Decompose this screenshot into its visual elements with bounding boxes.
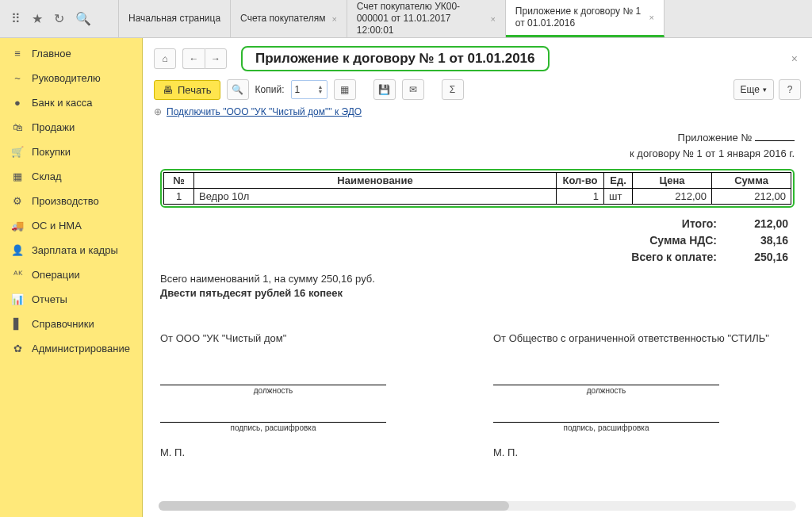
items-highlight: № Наименование Кол-во Ед. Цена Сумма 1 В… [160, 169, 795, 208]
star-icon[interactable]: ★ [32, 11, 43, 26]
content: ⌂ ← → Приложение к договору № 1 от 01.01… [143, 38, 812, 517]
col-name: Наименование [194, 173, 557, 189]
blank-line [755, 140, 795, 141]
scrollbar-thumb[interactable] [159, 501, 509, 511]
sidebar-item-label: Покупки [32, 146, 71, 158]
copies-label: Копий: [255, 84, 285, 95]
col-qty: Кол-во [557, 173, 604, 189]
history-icon[interactable]: ↻ [54, 11, 64, 26]
tab-label: Счет покупателю УК00-000001 от 11.01.201… [357, 1, 485, 36]
sign-right: От Общество с ограниченной ответственнос… [493, 332, 795, 458]
sidebar-item-main[interactable]: ≡Главное [0, 41, 142, 66]
total-value: 250,16 [717, 249, 788, 266]
topbar: ⠿ ★ ↻ 🔍 Начальная страница Счета покупат… [0, 0, 812, 38]
nds-value: 38,16 [717, 232, 788, 249]
head-line2: к договору № 1 от 1 января 2016 г. [160, 146, 795, 162]
tab-invoice[interactable]: Счет покупателю УК00-000001 от 11.01.201… [347, 0, 506, 37]
summary-text: Всего наименований 1, на сумму 250,16 ру… [160, 272, 795, 301]
copies-value: 1 [295, 84, 301, 95]
itogo-value: 212,00 [717, 216, 788, 232]
sidebar-item-label: Банк и касса [32, 97, 93, 109]
preview-button[interactable]: 🔍 [227, 79, 249, 100]
more-label: Еще [741, 84, 760, 95]
toolbar: 🖶 Печать 🔍 Копий: 1 ▲▼ ▦ 💾 ✉ Σ Еще ▾ ? [143, 76, 812, 106]
sidebar-item-label: Операции [32, 269, 80, 281]
sidebar-item-label: Администрирование [32, 343, 130, 354]
table-row: 1 Ведро 10л 1 шт 212,00 212,00 [164, 189, 791, 205]
cart-icon: 🛒 [11, 146, 24, 158]
col-sum: Сумма [712, 173, 791, 189]
sidebar-item-sales[interactable]: 🛍Продажи [0, 115, 142, 140]
col-unit: Ед. [604, 173, 633, 189]
sidebar-item-purchases[interactable]: 🛒Покупки [0, 140, 142, 164]
sidebar-item-admin[interactable]: ✿Администрирование [0, 336, 142, 361]
tab-attachment[interactable]: Приложение к договору № 1 от 01.01.2016 … [506, 0, 665, 37]
horizontal-scrollbar[interactable] [159, 501, 796, 511]
copies-stepper[interactable]: 1 ▲▼ [291, 80, 327, 99]
cog-icon: ✿ [11, 343, 24, 354]
total-label: Всего к оплате: [531, 249, 717, 266]
cell-unit: шт [604, 189, 633, 205]
sidebar-item-payroll[interactable]: 👤Зарплата и кадры [0, 238, 142, 262]
signature-area: От ООО "УК "Чистый дом" должность подпис… [160, 332, 795, 458]
layout: ≡Главное ~Руководителю ●Банк и касса 🛍Пр… [0, 38, 812, 517]
sidebar-item-directories[interactable]: ▋Справочники [0, 312, 142, 336]
close-icon[interactable]: × [490, 14, 495, 24]
sidebar-item-bank[interactable]: ●Банк и касса [0, 90, 142, 115]
forward-button[interactable]: → [205, 48, 227, 69]
back-button[interactable]: ← [182, 48, 205, 69]
cell-sum: 212,00 [712, 189, 791, 205]
printer-icon: 🖶 [163, 84, 173, 96]
print-button[interactable]: 🖶 Печать [154, 80, 220, 100]
sidebar-item-production[interactable]: ⚙Производство [0, 189, 142, 213]
sidebar-item-warehouse[interactable]: ▦Склад [0, 164, 142, 189]
help-button[interactable]: ? [779, 79, 801, 100]
sidebar-item-assets[interactable]: 🚚ОС и НМА [0, 213, 142, 238]
cell-num: 1 [164, 189, 194, 205]
itogo-label: Итого: [531, 216, 717, 232]
template-button[interactable]: ▦ [334, 79, 356, 100]
save-button[interactable]: 💾 [373, 79, 396, 100]
topbar-tools: ⠿ ★ ↻ 🔍 [0, 0, 119, 37]
sign-position-line: должность [493, 385, 719, 395]
email-button[interactable]: ✉ [402, 79, 424, 100]
tab-label: Счета покупателям [240, 13, 325, 25]
totals: Итого:212,00 Сумма НДС:38,16 Всего к опл… [525, 216, 795, 266]
globe-icon: ⊕ [154, 106, 162, 117]
content-header: ⌂ ← → Приложение к договору № 1 от 01.01… [143, 38, 812, 76]
sidebar-item-operations[interactable]: ᴬᴷОперации [0, 262, 142, 287]
mp-left: М. П. [160, 446, 462, 458]
cell-name: Ведро 10л [194, 189, 557, 205]
sidebar-item-label: Склад [32, 170, 62, 182]
spinner-icon[interactable]: ▲▼ [318, 85, 324, 94]
sidebar-item-manager[interactable]: ~Руководителю [0, 66, 142, 90]
close-icon[interactable]: × [649, 13, 653, 22]
search-icon[interactable]: 🔍 [75, 11, 91, 26]
more-button[interactable]: Еще ▾ [733, 79, 774, 100]
tab-start[interactable]: Начальная страница [119, 0, 231, 37]
bars-icon: 📊 [11, 293, 24, 305]
tab-invoices[interactable]: Счета покупателям × [231, 0, 347, 37]
nds-label: Сумма НДС: [531, 232, 717, 249]
close-button[interactable]: × [788, 49, 801, 68]
sign-position-line: должность [160, 385, 386, 395]
book-icon: ▋ [11, 318, 24, 330]
close-icon[interactable]: × [331, 14, 336, 24]
mp-right: М. П. [493, 446, 795, 458]
sidebar-item-reports[interactable]: 📊Отчеты [0, 287, 142, 312]
col-price: Цена [633, 173, 712, 189]
sign-decipher-line: подпись, расшифровка [493, 422, 719, 432]
home-button[interactable]: ⌂ [154, 48, 176, 69]
sign-from2: От Общество с ограниченной ответственнос… [493, 332, 795, 358]
tab-label: Приложение к договору № 1 от 01.01.2016 [515, 6, 643, 29]
person-icon: 👤 [11, 244, 24, 256]
edo-link[interactable]: Подключить "ООО "УК "Чистый дом"" к ЭДО [167, 106, 362, 117]
chevron-down-icon: ▾ [763, 86, 767, 94]
items-table: № Наименование Кол-во Ед. Цена Сумма 1 В… [163, 172, 791, 205]
table-header-row: № Наименование Кол-во Ед. Цена Сумма [164, 173, 791, 189]
sign-from1: От ООО "УК "Чистый дом" [160, 332, 462, 358]
sidebar-item-label: ОС и НМА [32, 220, 82, 232]
apps-icon[interactable]: ⠿ [11, 11, 21, 26]
sidebar-item-label: Руководителю [32, 72, 101, 84]
sum-button[interactable]: Σ [442, 79, 464, 100]
